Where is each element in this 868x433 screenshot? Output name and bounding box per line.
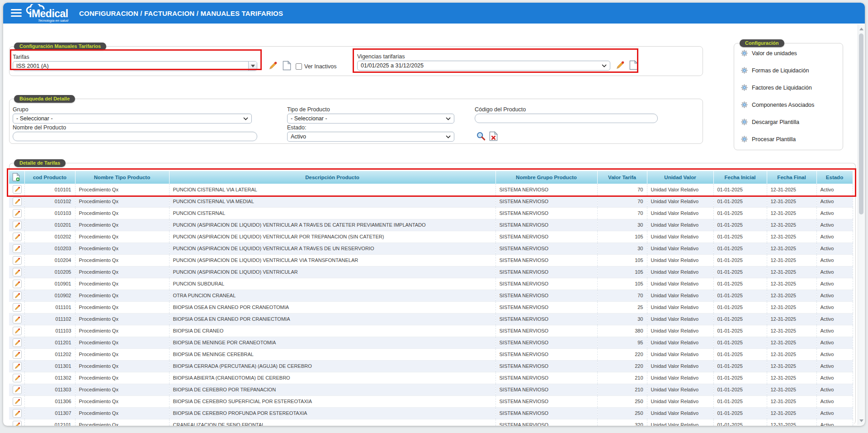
cell-nombre-grupo-producto: SISTEMA NERVIOSO <box>495 360 597 372</box>
cell-fecha-inicial: 01-01-2025 <box>713 266 767 278</box>
edit-row-button[interactable] <box>13 362 22 371</box>
table-row: 010201Procedimiento QxPUNCION (ASPIRACIO… <box>9 219 853 231</box>
edit-row-button[interactable] <box>13 303 22 312</box>
clear-search-button[interactable] <box>488 131 499 142</box>
col-header-unidad-valor[interactable]: Unidad Valor <box>647 171 713 184</box>
col-header-fecha-inicial[interactable]: Fecha Inicial <box>713 171 767 184</box>
cell-nombre-tipo-producto: Procedimiento Qx <box>75 184 169 195</box>
pencil-icon <box>14 245 21 252</box>
cell-nombre-grupo-producto: SISTEMA NERVIOSO <box>495 407 597 419</box>
new-tarifa-button[interactable] <box>281 61 292 71</box>
menu-icon[interactable] <box>11 9 22 17</box>
edit-tarifa-button[interactable] <box>268 61 278 71</box>
edit-row-button[interactable] <box>13 374 22 382</box>
grupo-select[interactable]: - Seleccionar - <box>13 114 252 124</box>
cell-fecha-final: 12-31-2025 <box>767 290 816 301</box>
scrollbar-thumb[interactable] <box>859 33 863 214</box>
cell-edit <box>9 384 24 395</box>
detalle-tarifas-section-title: Detalle de Tarifas <box>14 159 66 167</box>
top-navigation-bar: iMedical Tecnología en salud CONFIGURACI… <box>3 3 865 24</box>
edit-row-button[interactable] <box>13 338 22 347</box>
col-header-estado[interactable]: Estado <box>816 171 853 184</box>
estado-select[interactable]: Activo <box>287 132 454 142</box>
vertical-scrollbar[interactable] <box>858 24 864 425</box>
scroll-up-icon[interactable] <box>858 25 864 32</box>
estado-label: Estado: <box>287 124 306 131</box>
edit-vigencia-button[interactable] <box>615 60 626 71</box>
tipo-producto-select[interactable]: - Seleccionar - <box>287 114 454 124</box>
pencil-icon <box>14 304 21 311</box>
tarifas-select[interactable]: ISS 2001 (A) <box>13 61 257 71</box>
panel-item-valor-de-unidades[interactable]: Valor de unidades <box>741 49 797 57</box>
col-header-fecha-final[interactable]: Fecha Final <box>767 171 816 184</box>
cell-nombre-tipo-producto: Procedimiento Qx <box>75 384 169 395</box>
edit-row-button[interactable] <box>13 385 22 394</box>
table-row: 010902Procedimiento QxOTRA PUNCION CRANE… <box>9 290 853 301</box>
table-row: 011103Procedimiento QxBIOPSIA DE CRANEOS… <box>9 325 853 337</box>
col-header-descripcion-producto[interactable]: Descripción Producto <box>169 171 495 184</box>
edit-row-button[interactable] <box>13 291 22 300</box>
pencil-icon <box>14 375 21 381</box>
logo-title: iMedical <box>29 8 68 20</box>
table-row: 012101Procedimiento QxCRANEALIZACION DE … <box>9 419 853 426</box>
codigo-producto-input[interactable] <box>475 114 658 123</box>
edit-row-button[interactable] <box>13 221 22 229</box>
cell-nombre-grupo-producto: SISTEMA NERVIOSO <box>495 395 597 407</box>
col-header-nombre-tipo-producto[interactable]: Nombre Tipo Producto <box>75 171 169 184</box>
panel-item-formas-de-liquidacion[interactable]: Formas de Liquidación <box>741 67 809 74</box>
cell-descripcion-producto: PUNCION (ASPIRACION DE LIQUIDO) VENTRICU… <box>169 254 495 266</box>
cell-unidad-valor: Unidad Valor Relativo <box>647 313 713 325</box>
new-vigencia-button[interactable] <box>628 60 639 71</box>
cell-unidad-valor: Unidad Valor Relativo <box>647 395 713 407</box>
chevron-down-icon[interactable] <box>248 62 257 71</box>
edit-row-button[interactable] <box>13 409 22 418</box>
edit-row-button[interactable] <box>13 327 22 335</box>
edit-row-button[interactable] <box>13 244 22 253</box>
edit-row-button[interactable] <box>13 397 22 406</box>
breadcrumb[interactable]: CONFIGURACION / FACTURACION / MANUALES T… <box>79 3 283 24</box>
cell-fecha-inicial: 01-01-2025 <box>713 290 767 301</box>
cell-descripcion-producto: BIOPSIA DE MENINGE POR CRANEOTOMIA <box>169 337 495 348</box>
cell-nombre-tipo-producto: Procedimiento Qx <box>75 301 169 313</box>
cell-descripcion-producto: PUNCION SUBDURAL <box>169 278 495 290</box>
cell-cod-producto: 010902 <box>24 290 75 301</box>
vigencias-select[interactable]: 01/01/2025 a 31/12/2025 <box>357 61 610 71</box>
cell-unidad-valor: Unidad Valor Relativo <box>647 243 713 254</box>
col-header-valor-tarifa[interactable]: Valor Tarifa <box>597 171 647 184</box>
table-row: 011302Procedimiento QxBIOPSIA ABIERTA (C… <box>9 372 853 384</box>
cell-fecha-inicial: 01-01-2025 <box>713 219 767 231</box>
cell-nombre-grupo-producto: SISTEMA NERVIOSO <box>495 254 597 266</box>
edit-row-button[interactable] <box>13 315 22 324</box>
tariff-table: cod Producto Nombre Tipo Producto Descri… <box>9 171 853 426</box>
edit-row-button[interactable] <box>13 209 22 218</box>
cell-fecha-final: 12-31-2025 <box>767 207 816 219</box>
edit-row-button[interactable] <box>13 197 22 206</box>
cell-edit <box>9 278 24 290</box>
cell-estado: Activo <box>816 348 853 360</box>
edit-row-button[interactable] <box>13 421 22 426</box>
add-row-button[interactable] <box>11 173 20 181</box>
panel-item-componentes-asociados[interactable]: Componentes Asociados <box>741 101 814 109</box>
edit-row-button[interactable] <box>13 350 22 359</box>
scroll-down-icon[interactable] <box>858 417 864 424</box>
search-button[interactable] <box>476 131 486 142</box>
cell-valor-tarifa: 105 <box>597 266 647 278</box>
table-row: 011102Procedimiento QxBIOPSIA OSEA EN CR… <box>9 313 853 325</box>
pencil-icon <box>14 222 21 228</box>
col-header-cod-producto[interactable]: cod Producto <box>24 171 75 184</box>
cell-fecha-final: 12-31-2025 <box>767 243 816 254</box>
cell-descripcion-producto: BIOPSIA CERRADA (PERCUTANEA) (AGUJA) DE … <box>169 360 495 372</box>
edit-row-button[interactable] <box>13 280 22 288</box>
edit-row-button[interactable] <box>13 256 22 265</box>
edit-row-button[interactable] <box>13 268 22 276</box>
cell-fecha-final: 12-31-2025 <box>767 301 816 313</box>
panel-item-procesar-plantilla[interactable]: Procesar Plantilla <box>741 135 796 143</box>
ver-inactivos-checkbox[interactable] <box>296 63 302 70</box>
panel-item-descargar-plantilla[interactable]: Descargar Plantilla <box>741 118 799 126</box>
cell-unidad-valor: Unidad Valor Relativo <box>647 184 713 195</box>
edit-row-button[interactable] <box>13 233 22 241</box>
nombre-producto-input[interactable] <box>13 132 257 141</box>
edit-row-button[interactable] <box>13 185 22 194</box>
panel-item-factores-de-liquidacion[interactable]: Factores de Liquidación <box>741 84 812 91</box>
col-header-nombre-grupo-producto[interactable]: Nombre Grupo Producto <box>495 171 597 184</box>
